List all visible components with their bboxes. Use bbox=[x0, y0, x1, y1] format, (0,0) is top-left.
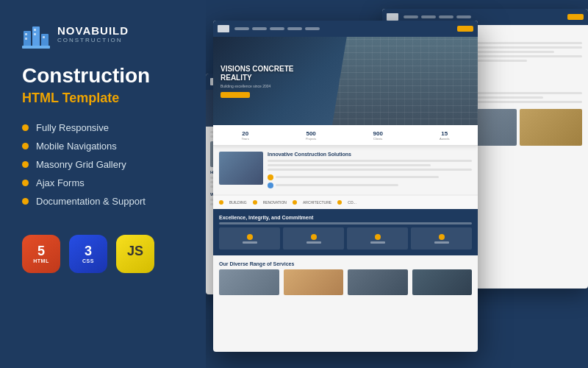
mock-service-dot bbox=[253, 200, 257, 205]
mock-service-img bbox=[219, 269, 279, 295]
mock-card-icon bbox=[247, 234, 253, 240]
mock-card bbox=[219, 227, 280, 250]
mock-solutions-section: Innovative Construction Solutions bbox=[213, 146, 478, 195]
mock-stats-bar: 20 Years 500 Projects 900 Clients 15 Awa… bbox=[213, 125, 478, 146]
feature-dot bbox=[268, 183, 273, 188]
brand-sub: CONSTRUCTION bbox=[57, 38, 129, 44]
mock-hero-building bbox=[332, 37, 478, 125]
mock-dark-title: Excellence, Integrity, and Commitment bbox=[219, 215, 472, 220]
mock-stat: 900 Clients bbox=[373, 130, 383, 141]
feature-dot bbox=[268, 174, 273, 180]
mock-hero-subtitle: Building excellence since 2004 bbox=[220, 84, 293, 88]
mock-nav-cta bbox=[457, 26, 473, 32]
js-badge: JS bbox=[116, 235, 154, 273]
mock-text-line bbox=[268, 160, 472, 162]
feature-item: Masonry Grid Gallery bbox=[22, 159, 184, 170]
mock-stat: 20 Years bbox=[242, 130, 249, 141]
mock-services-section: Our Diverse Range of Services bbox=[213, 255, 478, 301]
mock-stat: 500 Projects bbox=[306, 130, 316, 141]
mock-hero-text: VISIONS CONCRETEREALITY Building excelle… bbox=[220, 65, 293, 98]
feature-item: Ajax Forms bbox=[22, 177, 184, 188]
mock-stat-num: 900 bbox=[373, 130, 383, 137]
mock-card-label bbox=[306, 241, 321, 244]
feature-item: Mobile Navigations bbox=[22, 141, 184, 152]
left-panel: NOVABUILD CONSTRUCTION Construction HTML… bbox=[0, 0, 206, 368]
svg-rect-7 bbox=[34, 33, 36, 35]
mock-stat-label: Years bbox=[242, 137, 249, 141]
tech-badges: 5 HTML 3 CSS JS bbox=[22, 235, 184, 273]
svg-rect-5 bbox=[25, 38, 27, 40]
feature-label: Masonry Grid Gallery bbox=[36, 159, 126, 170]
mock-stat-num: 20 bbox=[242, 130, 248, 137]
mock-card-icon bbox=[375, 234, 381, 240]
feature-item: Documentation & Support bbox=[22, 196, 184, 207]
mock-nav-links bbox=[404, 15, 471, 18]
mock-service-text: CO... bbox=[348, 200, 356, 205]
svg-rect-6 bbox=[34, 29, 36, 31]
mock-main-hero: VISIONS CONCRETEREALITY Building excelle… bbox=[213, 37, 478, 125]
mock-hero-title: VISIONS CONCRETEREALITY bbox=[220, 65, 293, 82]
mock-nav-link bbox=[252, 27, 267, 30]
mock-stat-label: Awards bbox=[440, 137, 449, 141]
mock-nav-link bbox=[421, 15, 436, 18]
svg-rect-3 bbox=[22, 46, 50, 49]
mock-service-text: BUILDING bbox=[229, 200, 247, 205]
mock-service-text: ARCHITECTURE bbox=[303, 200, 331, 205]
mock-card-label bbox=[434, 241, 449, 244]
mock-text-lines bbox=[268, 160, 472, 188]
sub-title: HTML Template bbox=[22, 91, 184, 106]
right-panel: About Us bbox=[206, 0, 588, 368]
mock-nav-link bbox=[456, 15, 471, 18]
mock-hero-cta bbox=[220, 92, 250, 98]
feature-label: Fully Responsive bbox=[36, 122, 109, 133]
mock-team-photo bbox=[520, 109, 582, 146]
mock-card-icon bbox=[311, 234, 317, 240]
mock-services-grid bbox=[219, 269, 472, 295]
mock-card bbox=[411, 227, 472, 250]
mock-text-line bbox=[268, 169, 472, 171]
mock-two-col: Innovative Construction Solutions bbox=[219, 152, 472, 188]
html-badge: 5 HTML bbox=[22, 235, 60, 273]
mock-main-nav bbox=[213, 21, 478, 37]
mock-service-img bbox=[412, 269, 473, 295]
mock-stat-num: 500 bbox=[306, 130, 315, 137]
bullet-icon bbox=[22, 124, 29, 131]
mock-services-title: Our Diverse Range of Services bbox=[219, 261, 472, 266]
mock-text-line bbox=[268, 164, 431, 166]
mock-card bbox=[347, 227, 408, 250]
features-list: Fully Responsive Mobile Navigations Maso… bbox=[22, 122, 184, 214]
brand-name: NOVABUILD bbox=[57, 25, 129, 38]
mock-text-line bbox=[276, 176, 439, 178]
css-badge: 3 CSS bbox=[69, 235, 107, 273]
logo-icon bbox=[22, 21, 50, 49]
mock-card bbox=[283, 227, 344, 250]
mock-nav-btn bbox=[567, 14, 584, 20]
mock-stat-label: Projects bbox=[306, 137, 316, 141]
mock-stat: 15 Awards bbox=[440, 130, 449, 141]
mock-card-label bbox=[370, 241, 385, 244]
mock-card-label bbox=[243, 241, 257, 244]
feature-label: Ajax Forms bbox=[36, 177, 85, 188]
mock-service-img bbox=[348, 269, 408, 295]
mock-nav-link bbox=[234, 27, 249, 30]
mock-service-dot bbox=[219, 200, 223, 205]
mock-dark-line bbox=[219, 222, 472, 224]
bullet-icon bbox=[22, 180, 29, 186]
mock-stat-num: 15 bbox=[441, 130, 448, 137]
mock-cards-row bbox=[219, 227, 472, 250]
bullet-icon bbox=[22, 161, 29, 168]
mock-nav-link bbox=[439, 15, 453, 18]
mock-services-strip: BUILDING RENOVATION ARCHITECTURE CO... bbox=[213, 195, 478, 209]
feature-item: Fully Responsive bbox=[22, 122, 184, 133]
mockup-main: VISIONS CONCRETEREALITY Building excelle… bbox=[213, 21, 478, 352]
logo-area: NOVABUILD CONSTRUCTION bbox=[22, 21, 184, 49]
mock-section-image bbox=[219, 152, 263, 185]
mock-stat-label: Clients bbox=[373, 137, 382, 141]
bullet-icon bbox=[22, 198, 29, 205]
bullet-icon bbox=[22, 143, 29, 149]
mock-text-line bbox=[276, 184, 398, 186]
svg-rect-4 bbox=[25, 33, 27, 35]
logo-text: NOVABUILD CONSTRUCTION bbox=[57, 25, 129, 43]
mock-service-img bbox=[284, 269, 344, 295]
mock-nav-link bbox=[305, 27, 320, 30]
